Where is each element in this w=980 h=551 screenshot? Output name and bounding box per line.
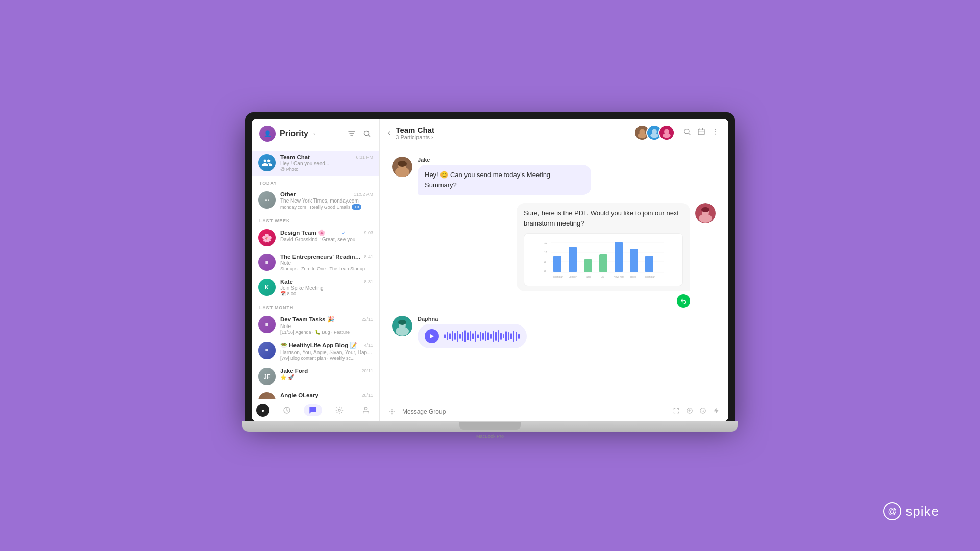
chat-search-button[interactable] bbox=[683, 128, 691, 138]
other-preview: The New York Times, monday.com bbox=[280, 198, 373, 204]
other-content: Other 11:52 AM The New York Times, monda… bbox=[280, 191, 373, 210]
wave-bar-23 bbox=[500, 333, 502, 340]
reply-message-row: Sure, here is the PDF. Would you like to… bbox=[392, 203, 716, 308]
entrepreneurs-time: 8:41 bbox=[364, 254, 373, 259]
wave-bar-22 bbox=[498, 330, 499, 342]
lightning-icon bbox=[713, 407, 720, 414]
jake-ford-name-row: Jake Ford 20/11 bbox=[280, 368, 373, 374]
contacts-icon bbox=[362, 406, 370, 414]
team-chat-preview: Hey ! Can you send... bbox=[280, 161, 373, 166]
svg-rect-37 bbox=[615, 242, 623, 272]
chat-item-design-team[interactable]: 🌸 Design Team 🌸 ✓ 9:03 David Grosskind :… bbox=[252, 226, 379, 250]
entrepreneurs-avatar: ≡ bbox=[258, 254, 276, 271]
daphna-msg-body: Daphna bbox=[418, 316, 527, 348]
design-team-content: Design Team 🌸 ✓ 9:03 David Grosskind : G… bbox=[280, 229, 373, 242]
svg-point-52 bbox=[391, 411, 393, 412]
svg-rect-39 bbox=[645, 256, 653, 272]
sidebar-title: Priority bbox=[280, 129, 308, 138]
entrepreneurs-name: The Entrepreneurs' Reading l... bbox=[280, 254, 362, 260]
emoji-button[interactable] bbox=[699, 407, 706, 416]
svg-text:Michigan: Michigan bbox=[645, 275, 655, 278]
chat-header-subtitle: 3 Participants › bbox=[396, 134, 634, 140]
svg-text:6: 6 bbox=[544, 261, 546, 264]
wave-bar-6 bbox=[457, 331, 458, 342]
dev-team-name: Dev Team Tasks 🎉 bbox=[280, 316, 334, 323]
dot-nav-button[interactable]: ● bbox=[256, 404, 270, 417]
chat-item-jake-ford[interactable]: JF Jake Ford 20/11 ⭐ 🚀 bbox=[252, 364, 379, 389]
chat-item-entrepreneurs[interactable]: ≡ The Entrepreneurs' Reading l... 8:41 N… bbox=[252, 250, 379, 275]
lightning-button[interactable] bbox=[713, 407, 720, 416]
back-button[interactable]: ‹ bbox=[388, 128, 390, 137]
svg-text:Michigan: Michigan bbox=[553, 275, 564, 278]
jake-ford-initial: JF bbox=[258, 368, 276, 385]
chat-item-angie[interactable]: AO Angie OLeary 28/11 Invitation: Review… bbox=[252, 389, 379, 399]
contacts-nav-button[interactable] bbox=[357, 404, 375, 416]
svg-point-49 bbox=[396, 327, 409, 336]
more-icon bbox=[712, 128, 720, 136]
play-button[interactable] bbox=[425, 329, 439, 343]
team-chat-time: 6:31 PM bbox=[356, 155, 373, 160]
chat-header-icons bbox=[683, 128, 720, 138]
reply-icon bbox=[680, 298, 687, 304]
calendar-icon bbox=[697, 128, 705, 136]
wave-bar-19 bbox=[490, 334, 492, 339]
svg-point-55 bbox=[702, 410, 702, 410]
sidebar-list: Team Chat 6:31 PM Hey ! Can you send... … bbox=[252, 148, 379, 399]
laptop-notch bbox=[459, 422, 521, 430]
other-name-row: Other 11:52 AM bbox=[280, 191, 373, 197]
angie-name-row: Angie OLeary 28/11 bbox=[280, 392, 373, 398]
jake-avatar-svg bbox=[392, 157, 412, 177]
more-options-button[interactable] bbox=[712, 128, 720, 138]
svg-rect-33 bbox=[553, 256, 561, 272]
participant-daphna bbox=[658, 124, 675, 141]
spike-logo: @ spike bbox=[883, 502, 939, 520]
filter-button[interactable] bbox=[347, 129, 357, 139]
chat-item-healthylife[interactable]: ≡ 🥗 HealthyLife App Blog 📝 4/11 Harrison… bbox=[252, 338, 379, 364]
chat-item-team-chat[interactable]: Team Chat 6:31 PM Hey ! Can you send... … bbox=[252, 151, 379, 176]
clock-nav-button[interactable] bbox=[278, 404, 296, 416]
chat-item-other[interactable]: ··· Other 11:52 AM The New York Times, m… bbox=[252, 188, 379, 213]
sidebar-actions bbox=[347, 129, 372, 139]
svg-point-56 bbox=[703, 410, 704, 410]
chat-item-dev-team[interactable]: ≡ Dev Team Tasks 🎉 22/11 Note bbox=[252, 312, 379, 338]
expand-icon bbox=[673, 407, 680, 414]
macbook-label: MacBook Pro bbox=[476, 434, 504, 439]
clock-icon bbox=[283, 406, 291, 414]
wave-bar-21 bbox=[495, 332, 497, 341]
message-input[interactable] bbox=[402, 408, 667, 415]
jake-ford-name: Jake Ford bbox=[280, 368, 308, 374]
expand-button[interactable] bbox=[673, 407, 680, 416]
wave-bar-28 bbox=[513, 331, 514, 342]
group-icon bbox=[261, 157, 273, 168]
chat-nav-button[interactable] bbox=[304, 404, 322, 416]
chat-header: ‹ Team Chat 3 Participants › bbox=[380, 119, 728, 146]
wave-bar-26 bbox=[508, 332, 509, 340]
reply-avatar bbox=[695, 203, 716, 223]
other-avatar-icon: ··· bbox=[258, 191, 276, 209]
jake-msg-avatar bbox=[392, 157, 412, 177]
healthylife-time: 4/11 bbox=[364, 343, 373, 348]
svg-point-8 bbox=[650, 133, 658, 138]
add-circle-icon bbox=[686, 407, 693, 414]
wave-bar-13 bbox=[475, 331, 476, 342]
svg-point-50 bbox=[398, 320, 406, 325]
message-pin-icon bbox=[388, 408, 396, 416]
wave-bar-16 bbox=[482, 333, 484, 340]
calendar-button[interactable] bbox=[697, 128, 705, 138]
svg-text:17: 17 bbox=[544, 241, 548, 244]
settings-nav-button[interactable] bbox=[330, 404, 349, 416]
entrepreneurs-preview: Note bbox=[280, 260, 373, 266]
svg-point-2 bbox=[338, 409, 340, 411]
svg-point-19 bbox=[395, 167, 409, 177]
wave-bar-18 bbox=[487, 332, 489, 340]
spike-at-icon: @ bbox=[883, 502, 901, 520]
add-button[interactable] bbox=[686, 407, 693, 416]
reaction-button[interactable] bbox=[677, 294, 690, 308]
dev-team-content: Dev Team Tasks 🎉 22/11 Note [11/16] Agen… bbox=[280, 316, 373, 335]
healthylife-name-row: 🥗 HealthyLife App Blog 📝 4/11 bbox=[280, 342, 373, 349]
chat-item-kate[interactable]: K Kate 8:31 Join Spike Meeting bbox=[252, 275, 379, 300]
search-button[interactable] bbox=[362, 129, 372, 139]
jake-ford-preview: ⭐ 🚀 bbox=[280, 374, 373, 380]
other-time: 11:52 AM bbox=[354, 192, 373, 197]
sidebar-header: 👤 Priority › bbox=[252, 119, 379, 148]
